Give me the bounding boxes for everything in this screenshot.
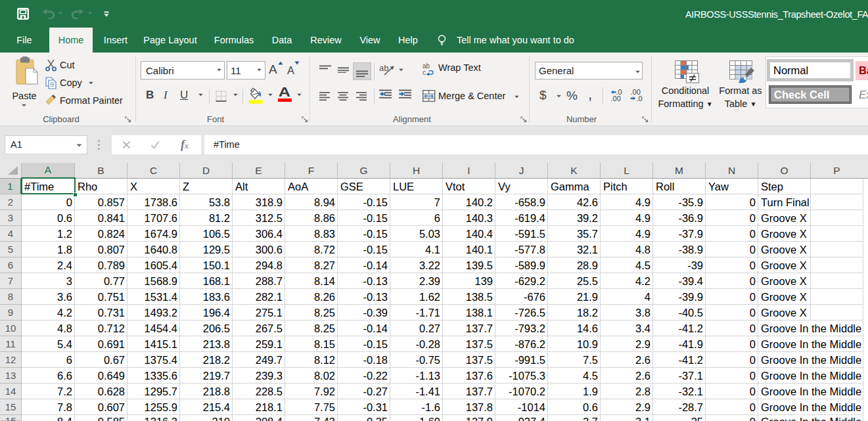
svg-text:c: c [423,69,426,76]
svg-text:.0: .0 [637,95,643,102]
svg-text:.00: .00 [611,95,621,102]
svg-text:ab: ab [379,63,388,73]
